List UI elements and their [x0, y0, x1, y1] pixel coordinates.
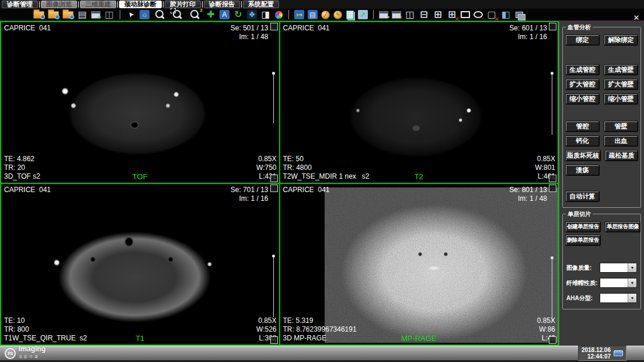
unbind-button[interactable]: 解除绑定	[604, 35, 638, 45]
button-row: 扩大管腔扩大管壁	[566, 79, 638, 89]
menu-divider	[39, 1, 40, 8]
loose-matrix-button[interactable]: 疏松基质	[605, 151, 638, 161]
layout-single-mark: ▪	[388, 15, 389, 20]
study-folder-icon[interactable]	[33, 11, 44, 19]
create-slice-report-button[interactable]: 创建单层报告	[566, 222, 600, 232]
device-archive-icon[interactable]: ◫	[103, 9, 116, 20]
auto-calculate-button[interactable]: 自动计算	[566, 192, 599, 201]
roi-delete-icon[interactable]: ▢✕	[485, 9, 498, 20]
viewport-t2: CAPRICE 041 Se: 601 / 13Im: 1 / 16 TE: 5…	[280, 22, 558, 183]
menu-divider	[163, 1, 163, 8]
window-level-icon[interactable]: ☼	[140, 10, 149, 19]
bind-button[interactable]: 绑定	[566, 35, 599, 45]
series-cascade-icon[interactable]	[514, 11, 525, 19]
scroll-handle-bottom[interactable]	[549, 175, 556, 182]
mri-image-tof[interactable]	[1, 22, 279, 183]
create-wall-button[interactable]: 生成管壁	[604, 65, 638, 75]
menu-tab-7[interactable]: 系统配置	[243, 1, 279, 8]
split-two-columns-icon[interactable]: ◫	[403, 9, 416, 20]
hanging-protocol-icon[interactable]: ↦	[294, 10, 304, 19]
fit-window-icon[interactable]: ✥	[247, 10, 257, 19]
open-folder-icon[interactable]	[48, 11, 59, 19]
patient-name: CAPRICE 041	[283, 24, 330, 33]
time-text: 12:44:07	[587, 353, 611, 360]
button-row: 管腔管壁	[566, 121, 638, 131]
delete-slice-report-button[interactable]: 删除单层报告	[566, 235, 600, 245]
expand-lumen-button[interactable]: 扩大管腔	[566, 79, 599, 89]
image-quality-select[interactable]: ▼	[600, 263, 637, 273]
zoom-ratio-magnifier-icon[interactable]: 2	[189, 9, 201, 20]
scroll-handle-top[interactable]	[270, 185, 278, 192]
pan-icon[interactable]: ✚	[204, 9, 217, 20]
color-palette-icon[interactable]	[274, 11, 283, 19]
zoom-magnifier-icon[interactable]	[154, 9, 166, 20]
series-slider[interactable]	[273, 256, 274, 318]
sequence-label: TOF	[1, 172, 279, 181]
ulcer-button[interactable]: 溃疡	[566, 165, 599, 175]
create-lumen-button[interactable]: 生成管腔	[566, 65, 599, 75]
expand-wall-button[interactable]: 扩大管壁	[604, 79, 638, 89]
grid-2x2-icon[interactable]: ⊞	[431, 9, 444, 20]
scroll-handle-bottom[interactable]	[270, 336, 278, 344]
scroll-handle-top[interactable]	[549, 23, 556, 30]
measure-tool-disc-icon[interactable]: ╱	[321, 11, 330, 19]
wall-button[interactable]: 管壁	[604, 121, 638, 131]
slice-report-image-button[interactable]: 单层报告图像	[605, 222, 640, 232]
text-annotation-icon[interactable]: A	[220, 10, 229, 19]
aha-type-select[interactable]: ▼	[600, 293, 637, 303]
layout-edit-icon[interactable]: ✎	[392, 11, 401, 19]
lipid-necrotic-core-button[interactable]: 脂质坏死核	[566, 151, 600, 161]
datetime-display: 2018.12.06 12:44:07	[578, 346, 626, 361]
series-slider[interactable]	[273, 74, 274, 123]
menu-tab-2[interactable]: 图像浏览	[41, 1, 77, 8]
layout-single-icon[interactable]: ▪	[379, 11, 388, 19]
reset-refresh-icon[interactable]: ↻	[232, 9, 245, 20]
shrink-lumen-button[interactable]: 缩小管腔	[566, 94, 599, 104]
toolbar-separator	[120, 10, 120, 19]
button-row: 缩小管腔缩小管壁	[566, 94, 638, 104]
viewport-tof: CAPRICE 041 Se: 501 / 13Im: 1 / 48 TE: 4…	[1, 22, 279, 183]
calcification-button[interactable]: 钙化	[566, 136, 599, 146]
stats-tool-disc-icon[interactable]: ✎	[333, 11, 342, 19]
grid-remove-icon[interactable]: ⊞✕	[445, 9, 458, 20]
report-copy-icon[interactable]	[346, 11, 354, 19]
series-slider[interactable]	[552, 74, 552, 135]
hemorrhage-button[interactable]: 出血	[604, 136, 638, 146]
roi-ellipse-icon[interactable]	[474, 11, 483, 18]
patient-name: CAPRICE 041	[4, 24, 51, 33]
send-export-window-icon[interactable]: ➜	[91, 11, 100, 19]
image-export-icon[interactable]: ↗	[358, 10, 368, 19]
status-flag-icon	[614, 350, 623, 356]
film-strip-icon[interactable]: ▤	[308, 10, 318, 19]
series-slider[interactable]	[552, 258, 552, 322]
scroll-handle-top[interactable]	[549, 185, 556, 192]
menu-tab-5[interactable]: 胶片打印	[165, 1, 201, 8]
roi-rectangle-icon[interactable]	[461, 11, 470, 18]
chevron-down-icon: ▼	[628, 294, 636, 302]
lumen-button[interactable]: 管腔	[566, 121, 599, 131]
worklist-icon[interactable]: ▤	[76, 9, 89, 20]
menu-divider	[117, 1, 118, 8]
pane-highlight-icon[interactable]: ◧	[499, 9, 512, 20]
menu-tab-3[interactable]: 三维重建	[80, 1, 116, 8]
scroll-handle-top[interactable]	[270, 23, 278, 30]
cursor-icon[interactable]: ➤	[124, 9, 137, 20]
close-icon[interactable]: ✕	[632, 13, 641, 23]
series-image-counter: Se: 701 / 13Im: 1 / 16	[231, 186, 269, 203]
menu-tab-4[interactable]: 颈动脉诊断	[119, 1, 162, 8]
shrink-wall-button[interactable]: 缩小管壁	[604, 94, 638, 104]
row-spacer	[604, 165, 638, 175]
menu-tab-1[interactable]: 诊断管理	[2, 1, 38, 8]
send-export-window-mark: ➜	[97, 15, 102, 20]
scroll-handle-bottom[interactable]	[549, 336, 556, 344]
chevron-down-icon: ▼	[628, 279, 636, 287]
split-two-rows-icon[interactable]: ⊟	[417, 9, 430, 20]
button-row: 钙化出血	[566, 136, 638, 146]
invert-contrast-icon[interactable]: ◨	[259, 9, 272, 20]
scroll-handle-bottom[interactable]	[270, 175, 278, 182]
button-row: 绑定解除绑定	[566, 35, 638, 45]
menu-tab-6[interactable]: 诊断报告	[204, 1, 240, 8]
fibrous-cap-select[interactable]: ▼	[600, 278, 637, 288]
import-folder-icon[interactable]	[62, 11, 74, 19]
zoom-region-magnifier-icon[interactable]	[171, 9, 184, 20]
